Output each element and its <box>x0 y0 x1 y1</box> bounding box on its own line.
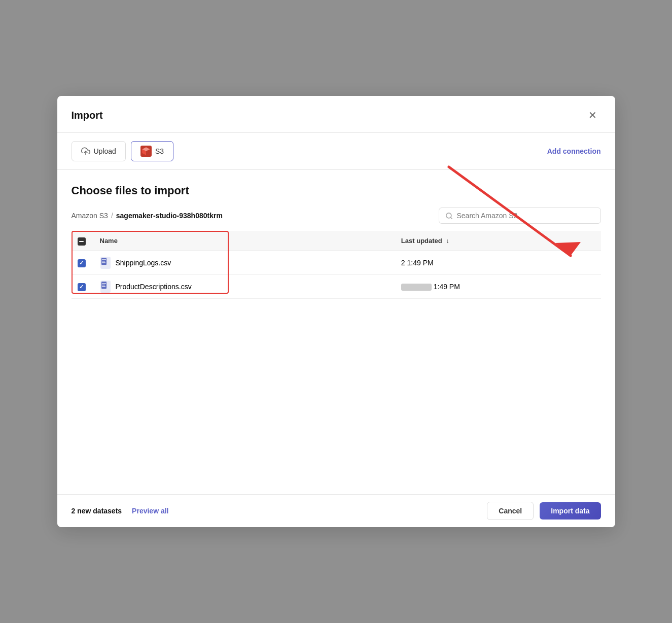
row2-name-cell: ProductDescriptions.csv <box>94 275 395 299</box>
svg-rect-10 <box>102 259 106 260</box>
modal-body: Choose files to import Amazon S3 / sagem… <box>57 170 615 494</box>
row2-date-cell: 1:49 PM <box>395 275 601 299</box>
col-updated-label: Last updated <box>401 237 442 245</box>
tabs-container: Upload S3 <box>72 141 174 161</box>
close-icon: ✕ <box>588 109 597 121</box>
svg-rect-11 <box>102 261 105 262</box>
footer-right: Cancel Import data <box>487 502 600 520</box>
add-connection-button[interactable]: Add connection <box>547 144 601 158</box>
select-all-checkbox[interactable] <box>78 237 86 246</box>
row1-file-name: ShippingLogs.csv <box>100 256 389 269</box>
modal-header: Import ✕ <box>57 96 615 133</box>
breadcrumb: Amazon S3 / sagemaker-studio-938h080tkrm <box>72 212 223 220</box>
row2-file-name: ProductDescriptions.csv <box>100 280 389 293</box>
svg-rect-17 <box>102 286 105 287</box>
tab-s3[interactable]: S3 <box>131 141 173 161</box>
row2-date-suffix: 1:49 PM <box>434 283 460 291</box>
svg-line-7 <box>450 217 452 219</box>
preview-all-button[interactable]: Preview all <box>132 507 168 515</box>
header-updated: Last updated ↓ <box>395 231 601 251</box>
file-table-section: Name Last updated ↓ <box>72 231 601 299</box>
section-title: Choose files to import <box>72 184 601 197</box>
row1-date-prefix: 2 1:49 PM <box>401 259 434 267</box>
import-modal: Import ✕ Upload <box>57 96 615 527</box>
row2-filename-text: ProductDescriptions.csv <box>116 283 192 291</box>
tab-upload[interactable]: Upload <box>72 141 126 161</box>
tab-upload-label: Upload <box>94 147 116 155</box>
footer-left: 2 new datasets Preview all <box>72 507 169 515</box>
sort-icon: ↓ <box>446 237 449 245</box>
row2-checkbox[interactable] <box>78 283 86 291</box>
search-input[interactable] <box>457 212 594 220</box>
new-datasets-label: 2 new datasets <box>72 507 122 515</box>
breadcrumb-separator: / <box>111 212 113 220</box>
header-checkbox-cell <box>72 231 94 251</box>
breadcrumb-root[interactable]: Amazon S3 <box>72 212 108 220</box>
search-box <box>439 207 601 224</box>
row1-name-cell: ShippingLogs.csv <box>94 251 395 275</box>
close-button[interactable]: ✕ <box>585 107 601 123</box>
row2-check-cell <box>72 275 94 299</box>
header-name: Name <box>94 231 395 251</box>
upload-icon <box>81 147 90 156</box>
search-icon <box>445 212 453 220</box>
row1-file-icon <box>100 256 111 269</box>
breadcrumb-search-row: Amazon S3 / sagemaker-studio-938h080tkrm <box>72 207 601 224</box>
svg-rect-12 <box>102 262 105 263</box>
row1-filename-text: ShippingLogs.csv <box>116 259 171 267</box>
row2-file-icon <box>100 280 111 293</box>
s3-icon <box>140 146 152 157</box>
tab-s3-label: S3 <box>155 147 164 155</box>
table-row: ProductDescriptions.csv 1:49 PM <box>72 275 601 299</box>
row1-checkbox[interactable] <box>78 259 86 267</box>
breadcrumb-current: sagemaker-studio-938h080tkrm <box>116 212 223 220</box>
row1-check-cell <box>72 251 94 275</box>
import-data-button[interactable]: Import data <box>540 502 600 520</box>
table-header-row: Name Last updated ↓ <box>72 231 601 251</box>
modal-title: Import <box>72 110 103 121</box>
file-table: Name Last updated ↓ <box>72 231 601 299</box>
table-row: ShippingLogs.csv 2 1:49 PM <box>72 251 601 275</box>
tabs-row: Upload S3 Add conn <box>57 133 615 170</box>
svg-rect-16 <box>102 285 105 286</box>
row1-date-cell: 2 1:49 PM <box>395 251 601 275</box>
cancel-button[interactable]: Cancel <box>487 502 534 520</box>
col-name-label: Name <box>100 237 118 245</box>
svg-rect-15 <box>102 283 106 284</box>
file-table-body: ShippingLogs.csv 2 1:49 PM <box>72 251 601 299</box>
modal-footer: 2 new datasets Preview all Cancel Import… <box>57 494 615 527</box>
row2-date-blurred <box>401 284 432 291</box>
